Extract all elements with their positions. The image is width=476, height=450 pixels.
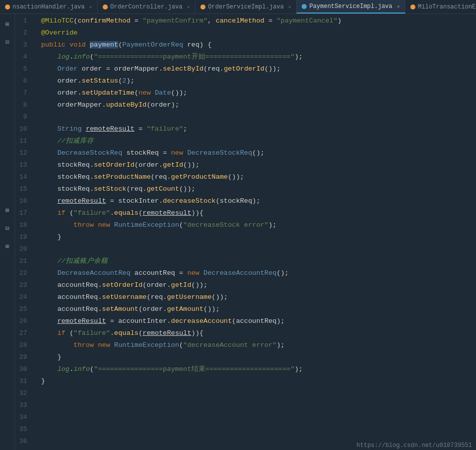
ln-28: 28 (15, 339, 31, 351)
code-line-20 (41, 243, 476, 255)
tab-label: MiloTransactionExecutor.java (418, 4, 476, 11)
code-editor: 1 2 3 4 5 6 7 8 9 10 11 12 13 14 15 16 1… (15, 14, 476, 450)
tab-label: PaymentServiceImpl.java (309, 3, 392, 10)
tab-icon (410, 5, 415, 10)
ln-4: 4 (15, 51, 31, 63)
editor-area: ⊞ ⊡ ⊠ ⊟ ⊞ 1 2 3 4 5 6 7 8 9 10 11 12 13 … (0, 14, 476, 450)
code-line-29: } (41, 351, 476, 363)
ln-7: 7 (15, 87, 31, 99)
ln-12: 12 (15, 147, 31, 159)
status-bar: https://blog.csdn.net/u010739551 (353, 441, 476, 450)
code-line-12: DecreaseStockReq stockReq = new Decrease… (41, 147, 476, 159)
tab-icon (302, 4, 307, 9)
code-line-4: log.info("================payment开始=====… (41, 51, 476, 63)
sidebar-icon-4: ⊟ (4, 224, 12, 232)
ln-16: 16 (15, 195, 31, 207)
ln-30: 30 (15, 363, 31, 375)
code-line-24: accountReq.setUsername(req.getUsername()… (41, 291, 476, 303)
code-line-28: throw new RuntimeException("decreaseAcco… (41, 339, 476, 351)
code-line-9 (41, 111, 476, 123)
line-numbers: 1 2 3 4 5 6 7 8 9 10 11 12 13 14 15 16 1… (15, 14, 35, 450)
code-line-21: //扣减账户余额 (41, 255, 476, 267)
code-content[interactable]: @MiloTCC(confirmMethod = "paymentConfirm… (35, 14, 476, 450)
sidebar-icon-5: ⊞ (4, 242, 12, 250)
ln-8: 8 (15, 99, 31, 111)
code-line-31: } (41, 375, 476, 387)
tab-paymentserviceimpl[interactable]: PaymentServiceImpl.java ✕ (297, 0, 405, 14)
code-line-10: String remoteResult = "failure"; (41, 123, 476, 135)
tab-close-icon[interactable]: ✕ (187, 4, 190, 10)
code-line-8: orderMapper.updateById(order); (41, 99, 476, 111)
code-line-17: if ("failure".equals(remoteResult)){ (41, 207, 476, 219)
ln-24: 24 (15, 291, 31, 303)
ln-5: 5 (15, 63, 31, 75)
status-url: https://blog.csdn.net/u010739551 (357, 442, 472, 449)
ln-26: 26 (15, 315, 31, 327)
ln-10: 10 (15, 123, 31, 135)
code-line-19: } (41, 231, 476, 243)
tab-label: nsactionHandler.java (13, 4, 85, 11)
tab-bar: nsactionHandler.java ✕ OrderController.j… (0, 0, 476, 14)
ln-18: 18 (15, 219, 31, 231)
ln-6: 6 (15, 75, 31, 87)
code-line-23: accountReq.setOrderId(order.getId()); (41, 279, 476, 291)
ln-1: 1 (15, 15, 31, 27)
tab-orderserviceimpl[interactable]: OrderServiceImpl.java ✕ (195, 0, 297, 14)
ln-17: 17 (15, 207, 31, 219)
ln-31: 31 (15, 375, 31, 387)
code-line-25: accountReq.setAmount(order.getAmount()); (41, 303, 476, 315)
code-line-15: stockReq.setStock(req.getCount()); (41, 183, 476, 195)
ln-13: 13 (15, 159, 31, 171)
tab-close-icon[interactable]: ✕ (89, 4, 92, 10)
code-line-22: DecreaseAccountReq accountReq = new Decr… (41, 267, 476, 279)
code-line-3: public void payment(PaymentOrderReq req)… (41, 39, 476, 51)
tab-close-icon[interactable]: ✕ (397, 4, 400, 10)
ln-20: 20 (15, 243, 31, 255)
ln-19: 19 (15, 231, 31, 243)
code-line-14: stockReq.setProductName(req.getProductNa… (41, 171, 476, 183)
ln-34: 34 (15, 411, 31, 423)
ln-27: 27 (15, 327, 31, 339)
tab-ordercontroller[interactable]: OrderController.java ✕ (98, 0, 195, 14)
ln-36: 36 (15, 435, 31, 447)
tab-label: OrderController.java (110, 4, 182, 11)
ln-9: 9 (15, 111, 31, 123)
code-line-18: throw new RuntimeException("decreaseStoc… (41, 219, 476, 231)
sidebar-icon-3: ⊠ (4, 206, 12, 214)
ln-22: 22 (15, 267, 31, 279)
ln-32: 32 (15, 387, 31, 399)
ln-25: 25 (15, 303, 31, 315)
code-line-11: //扣减库存 (41, 135, 476, 147)
ln-2: 2 (15, 27, 31, 39)
code-line-5: Order order = orderMapper.selectById(req… (41, 63, 476, 75)
tab-label: OrderServiceImpl.java (208, 4, 284, 11)
ln-3: 3 (15, 39, 31, 51)
ln-21: 21 (15, 255, 31, 267)
tab-close-icon[interactable]: ✕ (288, 4, 291, 10)
code-line-30: log.info("================payment结束=====… (41, 363, 476, 375)
sidebar-icon-1: ⊞ (4, 20, 12, 28)
ln-33: 33 (15, 399, 31, 411)
ln-14: 14 (15, 171, 31, 183)
ln-23: 23 (15, 279, 31, 291)
tab-icon (200, 5, 205, 10)
tab-icon (103, 5, 108, 10)
code-line-27: if ("failure".equals(remoteResult)){ (41, 327, 476, 339)
code-line-7: order.setUpdateTime(new Date()); (41, 87, 476, 99)
code-line-6: order.setStatus(2); (41, 75, 476, 87)
code-line-1: @MiloTCC(confirmMethod = "paymentConfirm… (41, 15, 476, 27)
ln-15: 15 (15, 183, 31, 195)
ln-35: 35 (15, 423, 31, 435)
code-line-16: remoteResult = stockInter.decreaseStock(… (41, 195, 476, 207)
code-line-26: remoteResult = accountInter.decreaseAcco… (41, 315, 476, 327)
ln-29: 29 (15, 351, 31, 363)
ln-11: 11 (15, 135, 31, 147)
left-sidebar: ⊞ ⊡ ⊠ ⊟ ⊞ (0, 14, 15, 450)
tab-icon (5, 5, 10, 10)
code-line-13: stockReq.setOrderId(order.getId()); (41, 159, 476, 171)
tab-nsactionhandler[interactable]: nsactionHandler.java ✕ (0, 0, 98, 14)
code-line-2: @Override (41, 27, 476, 39)
tab-milotransactionexecutor[interactable]: MiloTransactionExecutor.java ✕ (405, 0, 476, 14)
sidebar-icon-2: ⊡ (4, 38, 12, 46)
